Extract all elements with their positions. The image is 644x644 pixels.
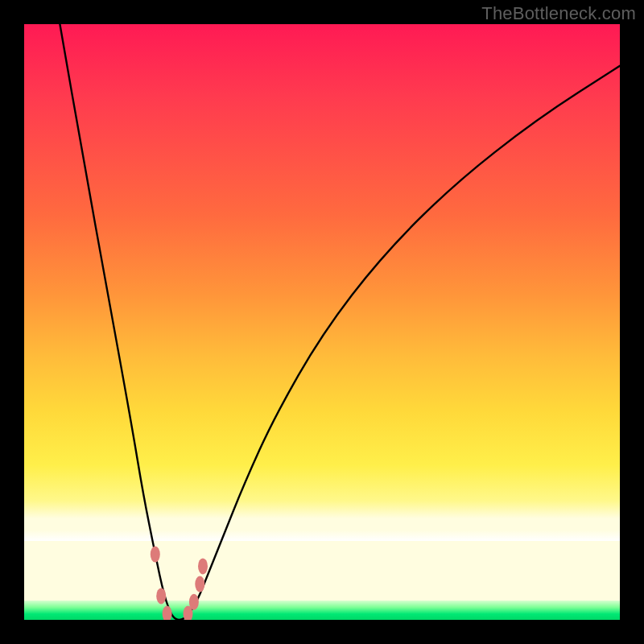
curve-marker	[195, 576, 204, 592]
curve-marker	[198, 558, 208, 574]
marker-group	[151, 547, 208, 620]
watermark-text: TheBottleneck.com	[481, 3, 636, 24]
curve-marker	[189, 594, 199, 610]
curve-marker	[156, 588, 166, 604]
curve-marker	[151, 547, 160, 563]
chart-frame: TheBottleneck.com	[0, 0, 644, 644]
curve-svg	[24, 24, 620, 620]
curve-marker	[163, 606, 172, 620]
plot-area	[24, 24, 620, 620]
bottleneck-curve	[60, 24, 620, 620]
